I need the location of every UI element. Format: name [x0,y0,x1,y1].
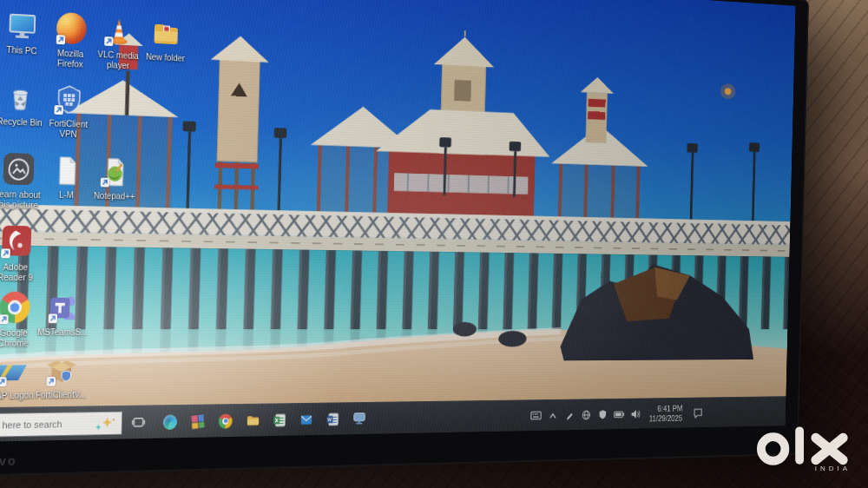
desktop-icon-forticlient-vpn[interactable]: FortiClient VPN [43,82,94,140]
search-input[interactable] [0,419,85,431]
chrome-icon [219,413,233,428]
desktop-icon-label: Adobe Reader 9 [0,261,41,282]
folder-icon [150,16,182,51]
battery-icon[interactable] [614,399,625,429]
taskbar-mail-button[interactable] [296,403,316,436]
system-tray: 6:41 PM 11/29/2025 [530,398,705,432]
taskbar-edge-button[interactable] [160,405,181,439]
taskbar-search[interactable] [0,411,122,438]
desktop-icon-label: FortiClient VPN [43,117,93,140]
desktop-icon-label: Recycle Bin [0,115,45,128]
shortcut-arrow-icon [1,248,10,258]
shortcut-arrow-icon [56,35,66,44]
desktop-icon-label: VLC media player [93,49,142,71]
shortcut-arrow-icon [54,105,63,115]
desktop-icon-adobe-reader[interactable]: Adobe Reader 9 [0,224,42,283]
task-view-icon [131,415,145,430]
shortcut-arrow-icon [47,377,56,386]
taskbar-teams-button[interactable] [349,402,369,434]
taskbar-chrome-button[interactable] [215,405,236,438]
document-icon [50,154,83,188]
windows-desktop: This PC Mozilla Firefox [0,0,795,443]
edge-icon [163,414,178,430]
desktop-icon-google-chrome[interactable]: Google Chrome [0,291,40,348]
adobe-reader-icon [0,226,33,260]
this-pc-icon [5,8,39,43]
network-globe-icon[interactable] [581,399,592,431]
excel-icon [273,412,286,427]
desktop-icon-firefox[interactable]: Mozilla Firefox [45,10,96,69]
desktop-icon-new-folder[interactable]: New folder [141,16,191,63]
desktop-icon-label: Learn about this picture [0,188,43,210]
desktop-icon-recycle-bin[interactable]: Recycle Bin [0,80,46,128]
desktop-icon-label: L-M [41,188,91,200]
olx-logo-icon [755,425,858,470]
desktop-icon-vlc[interactable]: VLC media player [93,13,143,71]
photo-scene: This PC Mozilla Firefox [0,0,868,488]
shield-icon [52,82,85,117]
desktop-icon-label: FortiClientV... [36,389,86,399]
action-center-icon [693,407,702,418]
desktop-icon-label: Google Chrome [0,327,39,348]
action-center-button[interactable] [690,398,705,428]
search-highlights-sparkle-icon [93,415,117,432]
monitor-app-icon [352,411,365,426]
shortcut-arrow-icon [49,313,58,323]
notepad-plus-plus-icon [99,155,132,189]
desktop-icon-notepad-plus-plus[interactable]: Notepad++ [89,155,140,201]
shortcut-arrow-icon [0,314,9,324]
word-icon [326,412,340,426]
picture-info-icon [2,153,36,188]
lenovo-logo: Lenovo [0,453,17,469]
desktop-icon-forticlient-installer[interactable]: FortiClientV... [36,353,87,399]
teams-icon [47,291,80,325]
firefox-icon [55,12,88,48]
mail-icon [299,412,313,427]
desktop-icon-label: SAP Logon [0,390,37,401]
vlc-cone-icon [102,14,135,49]
hidden-icons-chevron-icon[interactable] [547,399,558,431]
chrome-icon [0,292,31,326]
recycle-bin-icon [3,80,37,115]
shortcut-arrow-icon [101,178,109,188]
taskbar-clock[interactable]: 6:41 PM 11/29/2025 [647,404,686,424]
security-shield-icon[interactable] [597,399,608,429]
taskbar-word-button[interactable] [323,403,343,436]
desktop-icon-learn-about-picture[interactable]: Learn about this picture [0,152,44,211]
desktop-icon-label: Mozilla Firefox [45,47,95,69]
taskbar-store-button[interactable] [187,405,208,438]
file-explorer-icon [246,412,260,428]
touch-keyboard-icon[interactable] [530,400,542,432]
desktop-icon-label: MSTeamsS... [37,326,88,337]
taskbar-pinned-apps [160,402,369,439]
desktop-icon-label: Notepad++ [89,190,139,201]
clock-time: 6:41 PM [649,404,683,414]
desktop-icon-this-pc[interactable]: This PC [0,8,48,56]
microsoft-store-icon [191,414,204,429]
sap-logon-icon [0,354,30,389]
shortcut-arrow-icon [0,377,7,386]
windows-ink-pen-icon[interactable] [564,399,575,431]
desktop-icon-sap-logon[interactable]: SAP Logon [0,353,38,400]
desktop-icon-l-m[interactable]: L-M [41,153,92,200]
desktop-icon-label: This PC [0,43,47,56]
volume-icon[interactable] [630,399,641,429]
taskbar-file-explorer-button[interactable] [242,404,263,437]
clock-date: 11/29/2025 [649,413,683,424]
taskbar-excel-button[interactable] [269,404,289,437]
shortcut-arrow-icon [104,36,113,46]
desktop-icon-ms-teams[interactable]: MSTeamsS... [37,291,89,337]
laptop: This PC Mozilla Firefox [0,0,809,478]
installer-box-icon [45,353,78,387]
olx-watermark: INDIA [746,425,863,472]
task-view-button[interactable] [128,406,149,439]
